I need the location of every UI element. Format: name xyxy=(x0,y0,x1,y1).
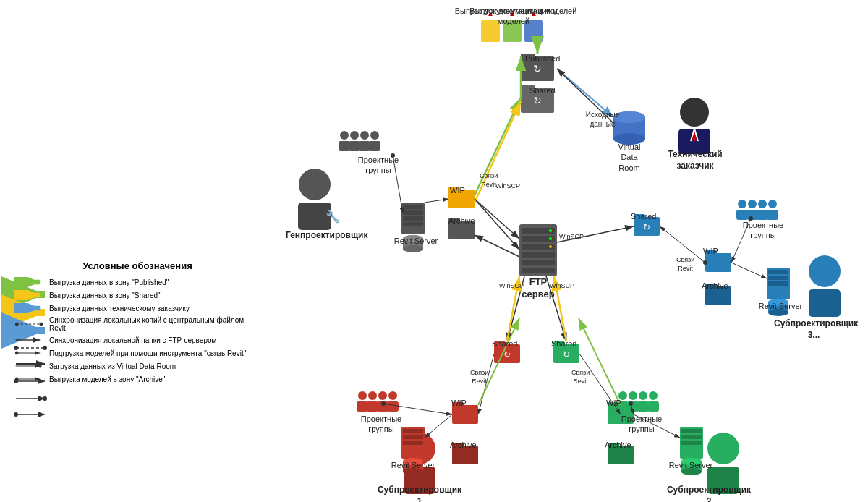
svg-point-149 xyxy=(703,260,707,265)
svg-line-156 xyxy=(383,404,452,414)
svg-line-140 xyxy=(475,235,519,257)
legend-item-8: Выгрузка моделей в зону "Archive" xyxy=(14,374,260,384)
svg-rect-61 xyxy=(377,401,388,412)
sub2-revit-label: Revit Server xyxy=(665,460,716,470)
svg-rect-119 xyxy=(768,281,788,286)
svg-rect-11 xyxy=(522,252,555,258)
svg-rect-13 xyxy=(522,268,555,273)
svg-point-39 xyxy=(370,131,379,140)
shared-top-label: Shared xyxy=(525,85,560,95)
svg-rect-117 xyxy=(768,270,788,274)
svg-text:↻: ↻ xyxy=(643,222,650,232)
svg-marker-31 xyxy=(692,132,697,142)
svg-rect-47 xyxy=(403,222,423,226)
svg-point-114 xyxy=(738,200,746,208)
svg-line-30 xyxy=(694,129,698,141)
svg-rect-38 xyxy=(359,141,370,151)
svg-rect-9 xyxy=(522,236,555,242)
legend: Условные обозначения Выгрузка данных в з… xyxy=(14,260,260,387)
genproekt-archive-label: Archive xyxy=(448,216,475,226)
sub2-archive-label: Archive xyxy=(605,440,631,450)
diagram-container: ↻ ↻ 🔧 xyxy=(0,0,868,502)
svg-rect-59 xyxy=(367,401,378,412)
svg-point-108 xyxy=(748,200,757,208)
sub2-wip-label: WIP xyxy=(606,398,621,408)
svg-rect-33 xyxy=(298,203,331,230)
winscp-bottom-left: WinSCP xyxy=(499,282,524,291)
published-label: Published xyxy=(525,54,560,64)
sub1-archive-label: Archive xyxy=(450,440,477,450)
svg-rect-115 xyxy=(736,210,748,220)
sub3-archive-label: Archive xyxy=(702,281,728,291)
svg-text:🔧: 🔧 xyxy=(326,210,340,224)
svg-line-29 xyxy=(691,129,694,141)
tech-customer-label: Технический заказчик xyxy=(663,149,728,171)
legend-item-7: Загрузка данных из Virtual Data Room xyxy=(14,361,260,371)
genproekt-wip-label: WIP xyxy=(450,185,465,195)
svg-point-83 xyxy=(629,391,637,400)
sub3-shared-ftp-label: Shared xyxy=(631,211,656,221)
svg-rect-92 xyxy=(681,429,702,433)
sub1-revit-label: Revit Server xyxy=(388,460,438,470)
svg-rect-93 xyxy=(681,435,702,439)
svg-rect-7 xyxy=(519,224,557,276)
svg-line-146 xyxy=(475,199,519,239)
svg-rect-86 xyxy=(637,401,649,412)
sub1-wip-label: WIP xyxy=(451,398,467,408)
svg-point-62 xyxy=(388,391,397,400)
svg-point-194 xyxy=(39,323,43,326)
svg-rect-94 xyxy=(681,441,702,445)
svg-rect-44 xyxy=(403,205,423,209)
svg-point-37 xyxy=(360,131,369,140)
svg-rect-65 xyxy=(357,401,368,412)
svg-text:↻: ↻ xyxy=(533,63,542,75)
legend-item-2: Выгрузка данных в зону "Shared" xyxy=(14,290,260,300)
sub3-revit-label: Revit Server xyxy=(755,301,806,311)
legend-item-1: Выгрузка данных в зону "Published" xyxy=(14,277,260,287)
genproekt-revit-label: Revit Server xyxy=(391,236,441,246)
svg-rect-91 xyxy=(680,427,703,459)
svg-text:↻: ↻ xyxy=(563,349,570,360)
sub1-label: Субпроектировщик 1 xyxy=(376,485,463,502)
sub3-wip-label: WIP xyxy=(703,246,718,256)
svg-point-58 xyxy=(368,391,377,400)
svg-point-35 xyxy=(350,131,359,140)
genproekt-groups-label: Проектные группы xyxy=(346,155,411,176)
svg-line-166 xyxy=(579,318,621,405)
isxodnye-label: Исходные данные xyxy=(577,110,628,129)
svg-rect-42 xyxy=(339,141,350,151)
svg-point-183 xyxy=(43,396,47,401)
svg-line-164 xyxy=(478,318,519,405)
svg-point-87 xyxy=(649,391,658,400)
svg-rect-8 xyxy=(522,228,555,234)
sub3-svyazi-label: СвязиRevit xyxy=(676,256,694,273)
svg-rect-109 xyxy=(746,210,758,220)
sub3-label: Субпроектировщик 3... xyxy=(774,318,854,341)
svg-rect-63 xyxy=(387,401,399,412)
sub3-groups-label: Проектные группы xyxy=(731,220,796,241)
svg-point-32 xyxy=(299,169,331,200)
svg-rect-45 xyxy=(403,210,423,215)
sub2-shared-ftp-label: Shared xyxy=(551,339,576,349)
svg-rect-69 xyxy=(403,441,423,445)
svg-point-202 xyxy=(38,365,42,368)
svg-rect-10 xyxy=(522,244,555,250)
svg-rect-111 xyxy=(757,210,768,220)
svg-point-112 xyxy=(768,200,777,208)
svg-rect-40 xyxy=(369,141,380,151)
svg-point-15 xyxy=(549,237,552,240)
legend-item-3: Выгрузка данных техническому заказчику xyxy=(14,303,260,313)
svg-rect-116 xyxy=(767,268,790,299)
release-top-label: Выпуск документации и моделей xyxy=(454,6,577,16)
svg-point-161 xyxy=(629,401,633,406)
svg-rect-43 xyxy=(401,203,425,234)
svg-rect-46 xyxy=(403,216,423,221)
svg-point-157 xyxy=(381,401,386,406)
svg-point-64 xyxy=(358,391,367,400)
svg-line-139 xyxy=(475,199,519,250)
svg-rect-36 xyxy=(349,141,360,151)
svg-point-27 xyxy=(680,98,709,127)
svg-rect-107 xyxy=(809,289,841,317)
legend-item-6: Подгрузка моделей при помощи инструмента… xyxy=(14,348,260,358)
svg-point-50 xyxy=(403,245,423,252)
